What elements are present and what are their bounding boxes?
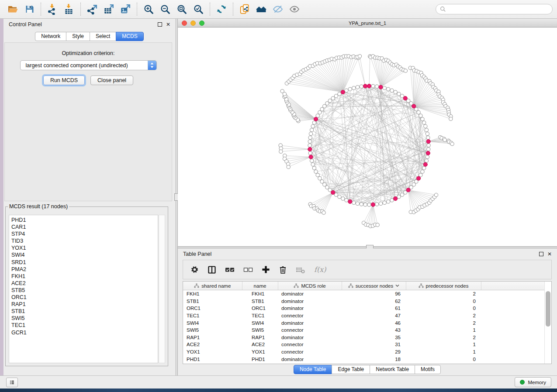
tab-motifs[interactable]: Motifs (415, 365, 441, 374)
network-node[interactable] (426, 155, 429, 158)
network-node[interactable] (318, 110, 322, 114)
close-panel-button[interactable]: Close panel (90, 76, 133, 85)
mcds-result-item[interactable]: STB5 (11, 287, 158, 294)
close-panel-icon[interactable]: ✕ (166, 22, 170, 27)
zoom-out-button[interactable] (157, 2, 173, 17)
mcds-network-node[interactable] (341, 90, 345, 94)
zoom-in-button[interactable] (140, 2, 157, 17)
mcds-network-node[interactable] (416, 176, 420, 180)
mcds-network-node[interactable] (309, 155, 313, 159)
column-header-shared-name[interactable]: shared name (183, 282, 242, 290)
network-canvas[interactable] (178, 28, 557, 246)
network-node[interactable] (422, 121, 426, 124)
mcds-result-item[interactable]: SWI4 (11, 251, 158, 258)
run-mcds-button[interactable]: Run MCDS (43, 76, 85, 85)
table-scrollbar[interactable] (544, 282, 551, 364)
network-node[interactable] (358, 55, 361, 58)
mcds-network-node[interactable] (412, 104, 416, 108)
network-node[interactable] (331, 96, 335, 100)
network-node[interactable] (360, 203, 363, 206)
network-node[interactable] (280, 89, 284, 93)
mcds-network-node[interactable] (371, 203, 375, 206)
network-node[interactable] (375, 85, 379, 88)
network-node[interactable] (318, 176, 322, 180)
network-node[interactable] (323, 183, 326, 186)
network-node[interactable] (316, 173, 319, 177)
mcds-network-node[interactable] (367, 84, 371, 88)
import-network-button[interactable] (44, 2, 61, 17)
network-node[interactable] (310, 128, 314, 132)
tab-node-table[interactable]: Node Table (294, 365, 332, 374)
mcds-result-item[interactable]: STB1 (11, 308, 158, 315)
float-panel-icon[interactable] (539, 252, 543, 256)
scrollbar-thumb[interactable] (546, 291, 550, 327)
network-node[interactable] (338, 92, 341, 96)
network-node[interactable] (348, 87, 352, 91)
network-node[interactable] (356, 86, 359, 89)
network-node[interactable] (400, 193, 404, 196)
tab-network-table[interactable]: Network Table (370, 365, 415, 374)
column-header-name[interactable]: name (242, 282, 278, 290)
network-node[interactable] (352, 86, 356, 90)
close-panel-icon[interactable]: ✕ (547, 252, 552, 256)
network-node[interactable] (316, 114, 319, 117)
network-node[interactable] (421, 117, 424, 121)
network-node[interactable] (434, 193, 438, 196)
network-node[interactable] (397, 195, 401, 199)
network-node[interactable] (287, 165, 290, 168)
mcds-result-item[interactable]: SRD1 (11, 259, 158, 266)
network-node[interactable] (345, 89, 348, 92)
tab-network[interactable]: Network (35, 32, 66, 41)
network-node[interactable] (422, 166, 426, 170)
network-node[interactable] (322, 211, 325, 214)
create-column-button[interactable] (262, 265, 270, 274)
function-builder-icon[interactable]: f(x) (314, 265, 326, 274)
window-close-icon[interactable] (182, 21, 187, 26)
mcds-result-item[interactable]: RAP1 (11, 301, 158, 308)
column-header-successor-nodes[interactable]: successor nodes (342, 282, 406, 290)
delete-table-button[interactable] (296, 266, 305, 274)
network-node[interactable] (404, 69, 407, 72)
network-node[interactable] (376, 223, 379, 227)
network-node[interactable] (325, 186, 329, 189)
mcds-result-item[interactable]: STP4 (11, 230, 158, 237)
network-node[interactable] (375, 203, 379, 206)
network-node[interactable] (367, 203, 371, 206)
mcds-network-node[interactable] (403, 96, 407, 100)
network-node[interactable] (424, 124, 427, 128)
network-node[interactable] (341, 197, 345, 200)
tab-mcds[interactable]: MCDS (116, 32, 143, 41)
select-all-columns-button[interactable] (225, 267, 235, 273)
table-row[interactable]: FKH1FKH1dominator962 (183, 290, 545, 298)
show-all-button[interactable] (286, 2, 303, 17)
mcds-result-item[interactable]: PMA2 (11, 266, 158, 273)
network-node[interactable] (325, 102, 329, 105)
mcds-result-item[interactable]: ORC1 (11, 294, 158, 301)
network-node[interactable] (308, 144, 311, 147)
network-node[interactable] (345, 199, 348, 202)
mcds-result-item[interactable]: PHD1 (11, 217, 158, 224)
zoom-selected-button[interactable] (190, 2, 207, 17)
table-row[interactable]: SWI5SWI5connector431 (183, 327, 545, 334)
network-node[interactable] (328, 99, 332, 103)
network-node[interactable] (311, 163, 315, 166)
mcds-result-item[interactable]: TID3 (11, 237, 158, 244)
tab-edge-table[interactable]: Edge Table (332, 365, 370, 374)
network-node[interactable] (314, 170, 318, 173)
mcds-result-item[interactable]: CAR1 (11, 224, 158, 230)
table-row[interactable]: TEC1TEC1connector472 (183, 312, 545, 320)
mcds-result-item[interactable]: TEC1 (11, 322, 158, 329)
mcds-network-node[interactable] (314, 117, 318, 121)
network-node[interactable] (308, 140, 311, 143)
hide-selected-button[interactable] (270, 2, 286, 17)
tab-style[interactable]: Style (66, 32, 90, 41)
network-node[interactable] (426, 136, 430, 139)
network-node[interactable] (383, 86, 386, 90)
save-session-button[interactable] (21, 2, 38, 17)
tab-select[interactable]: Select (90, 32, 116, 41)
mcds-result-item[interactable]: SWI5 (11, 315, 158, 322)
mcds-result-item[interactable]: YOX1 (11, 244, 158, 251)
mcds-network-node[interactable] (426, 151, 430, 155)
network-node[interactable] (394, 90, 397, 94)
mcds-network-node[interactable] (423, 162, 427, 166)
